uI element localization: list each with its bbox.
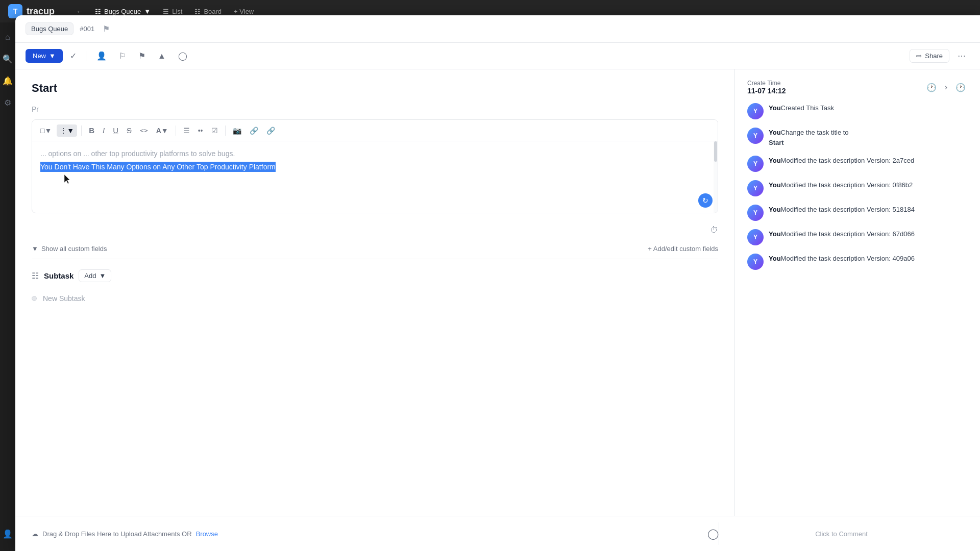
- image-button[interactable]: 📷: [230, 124, 244, 137]
- activity-user-7: You: [769, 255, 781, 262]
- avatar-6: Y: [747, 229, 764, 245]
- italic-button[interactable]: I: [100, 124, 108, 137]
- underline-button[interactable]: U: [110, 124, 121, 137]
- nav-queue-label: Bugs Queue: [104, 8, 141, 15]
- checklist-button[interactable]: ☑: [208, 124, 221, 137]
- align-icon: ⋮: [60, 127, 67, 135]
- show-fields-label: Show all custom fields: [41, 245, 107, 253]
- nav-board-label: Board: [204, 8, 222, 15]
- sidebar-icon-user[interactable]: 👤: [1, 527, 15, 541]
- activity-text-7: YouModified the task description Version…: [769, 254, 915, 264]
- next-button[interactable]: ›: [943, 81, 949, 94]
- activity-item-3: Y YouModified the task description Versi…: [747, 156, 968, 172]
- time-icon: ⏱: [710, 226, 718, 235]
- avatar-7: Y: [747, 254, 764, 270]
- left-panel: Start Pr Alignment □ ▼ ⋮: [15, 69, 735, 516]
- alignment-button[interactable]: ⋮ ▼: [57, 124, 77, 137]
- sidebar-icon-notifications[interactable]: 🔔: [1, 74, 15, 88]
- right-panel-header: Create Time 11-07 14:12 🕐 › 🕐: [747, 80, 968, 95]
- create-time-block: Create Time 11-07 14:12: [747, 80, 786, 95]
- clock-button[interactable]: ◯: [174, 48, 191, 64]
- create-time-value: 11-07 14:12: [747, 87, 786, 95]
- right-panel-nav: 🕐 › 🕐: [924, 81, 968, 94]
- board-icon: ☷: [194, 8, 201, 15]
- editor-content[interactable]: ... options on ... other top productivit…: [32, 141, 718, 213]
- more-button[interactable]: ⋯: [953, 48, 970, 64]
- check-button[interactable]: ✓: [67, 48, 80, 64]
- show-custom-fields-button[interactable]: ▼ Show all custom fields: [32, 245, 107, 253]
- new-dropdown-icon: ▼: [49, 52, 56, 60]
- scroll-button[interactable]: ↻: [698, 193, 713, 208]
- comment-section: Click to Comment: [719, 522, 964, 545]
- subtask-icon: ☷: [32, 271, 39, 281]
- editor-selected-text: You Don't Have This Many Options on Any …: [40, 162, 276, 172]
- bold-button[interactable]: B: [86, 124, 97, 137]
- task-modal: Bugs Queue #001 ⚑ New ▼ ✓ 👤 ⚐ ⚑ ▲ ◯ ⇨ Sh…: [15, 15, 980, 551]
- drop-text: Drag & Drop Files Here to Upload Attachm…: [42, 530, 192, 538]
- history-button[interactable]: 🕐: [924, 81, 939, 94]
- avatar-3: Y: [747, 156, 764, 172]
- time-button[interactable]: 🕐: [953, 81, 968, 94]
- breadcrumb-queue[interactable]: Bugs Queue: [26, 22, 74, 35]
- activity-user-5: You: [769, 206, 781, 213]
- editor-text-faded: ... options on ... other top productivit…: [40, 149, 709, 158]
- bookmark-button[interactable]: ⚑: [134, 48, 150, 64]
- font-color-dropdown: ▼: [161, 127, 168, 135]
- share-icon: ⇨: [916, 52, 922, 60]
- editor-wrapper: ... options on ... other top productivit…: [32, 141, 718, 213]
- link-button[interactable]: 🔗: [247, 124, 261, 137]
- sidebar-left: ⌂ 🔍 🔔 ⚙ 👤: [0, 22, 15, 551]
- sidebar-icon-home[interactable]: ⌂: [3, 31, 12, 44]
- activity-item-2: Y YouChange the task title toStart: [747, 128, 968, 147]
- toolbar: New ▼ ✓ 👤 ⚐ ⚑ ▲ ◯ ⇨ Share ⋯: [15, 43, 980, 69]
- editor-scrollbar-thumb: [714, 141, 717, 162]
- assignee-button[interactable]: 👤: [92, 48, 111, 64]
- activity-text-3: YouModified the task description Version…: [769, 156, 914, 166]
- tag-button[interactable]: ▲: [154, 48, 170, 64]
- url-button[interactable]: 🔗: [263, 124, 278, 137]
- activity-user-3: You: [769, 157, 781, 164]
- ordered-list-button[interactable]: ☰: [180, 124, 193, 137]
- activity-user-1: You: [769, 104, 781, 112]
- new-button[interactable]: New ▼: [26, 49, 63, 63]
- bottom-bar: ☁ Drag & Drop Files Here to Upload Attac…: [15, 516, 980, 551]
- unordered-list-button[interactable]: ••: [195, 124, 206, 137]
- sidebar-icon-search[interactable]: 🔍: [1, 52, 15, 66]
- comment-area[interactable]: Click to Comment: [815, 522, 868, 545]
- activity-user-2: You: [769, 129, 781, 136]
- add-subtask-button[interactable]: Add ▼: [79, 269, 111, 282]
- editor-toolbar: □ ▼ ⋮ ▼ B I U S <> A ▼: [32, 120, 718, 141]
- share-button[interactable]: ⇨ Share: [910, 49, 949, 63]
- create-time-label: Create Time: [747, 80, 786, 87]
- drop-zone: ☁ Drag & Drop Files Here to Upload Attac…: [32, 530, 218, 538]
- new-subtask-label: New Subtask: [43, 294, 85, 303]
- chevron-down-icon: ▼: [144, 8, 151, 15]
- record-button[interactable]: ◯: [707, 528, 719, 540]
- add-subtask-dropdown: ▼: [100, 272, 106, 280]
- browse-link[interactable]: Browse: [196, 530, 218, 538]
- editor-divider-1: [81, 126, 82, 136]
- block-type-button[interactable]: □ ▼: [37, 124, 55, 137]
- bookmark-icon[interactable]: ⚑: [103, 24, 110, 34]
- upload-icon: ☁: [32, 530, 38, 538]
- toolbar-divider: [86, 51, 86, 61]
- nav-list-label: List: [172, 8, 182, 15]
- subtask-dot: [32, 296, 37, 301]
- code-button[interactable]: <>: [137, 124, 151, 136]
- editor-scrollbar[interactable]: [714, 141, 718, 213]
- activity-item-7: Y YouModified the task description Versi…: [747, 254, 968, 270]
- sidebar-icon-settings[interactable]: ⚙: [2, 96, 13, 110]
- editor-divider-2: [176, 126, 176, 136]
- font-color-button[interactable]: A ▼: [153, 124, 172, 137]
- task-title[interactable]: Start: [32, 82, 718, 95]
- activity-text-2: YouChange the task title toStart: [769, 128, 849, 147]
- avatar-4: Y: [747, 180, 764, 196]
- editor-time-row: ⏱: [32, 223, 718, 239]
- nav-view-label: + View: [234, 8, 254, 15]
- flag-button[interactable]: ⚐: [115, 48, 130, 64]
- avatar-5: Y: [747, 205, 764, 221]
- right-panel: Create Time 11-07 14:12 🕐 › 🕐 Y YouCreat…: [735, 69, 980, 516]
- add-fields-label: + Add/edit custom fields: [648, 245, 718, 253]
- add-custom-fields-button[interactable]: + Add/edit custom fields: [648, 245, 718, 253]
- strikethrough-button[interactable]: S: [124, 124, 135, 137]
